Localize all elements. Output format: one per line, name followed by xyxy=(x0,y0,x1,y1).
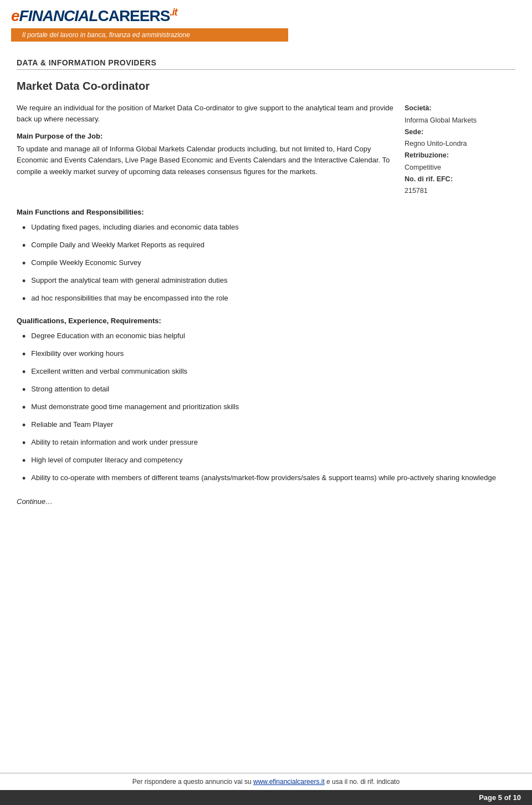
societa-label: Società: xyxy=(405,104,432,112)
purpose-text: To update and manage all of Informa Glob… xyxy=(17,144,393,177)
intro-text: We require an individual for the positio… xyxy=(17,103,393,124)
logo-it: .it xyxy=(170,7,177,18)
col-left: We require an individual for the positio… xyxy=(17,103,393,197)
page-number: Page 5 of 10 xyxy=(479,793,521,802)
rif-label: No. di rif. EFC: xyxy=(405,175,453,183)
job-title: Market Data Co-ordinator xyxy=(17,80,515,93)
societa-value: Informa Global Markets xyxy=(405,116,477,124)
list-item: Must demonstrate good time management an… xyxy=(22,401,515,415)
footer-bottom: Page 5 of 10 xyxy=(0,790,532,805)
two-column-layout: We require an individual for the positio… xyxy=(17,103,515,197)
info-box: Società: Informa Global Markets Sede: Re… xyxy=(405,103,515,197)
retribuzione-value: Competitive xyxy=(405,164,441,171)
category-title: DATA & INFORMATION PROVIDERS xyxy=(17,58,156,67)
logo-area: eFINANCIALCAREERS.it xyxy=(11,7,521,25)
footer-text2: e usa il no. di rif. indicato xyxy=(325,778,400,786)
list-item: Support the analytical team with general… xyxy=(22,275,515,289)
sede-value: Regno Unito-Londra xyxy=(405,140,467,147)
list-item: ad hoc responsibilities that may be enco… xyxy=(22,293,515,307)
logo: eFINANCIALCAREERS.it xyxy=(11,7,177,25)
tagline-bar: Il portale del lavoro in banca, finanza … xyxy=(11,28,288,42)
list-item: Reliable and Team Player xyxy=(22,419,515,433)
list-item: Strong attention to detail xyxy=(22,384,515,398)
tagline-text: Il portale del lavoro in banca, finanza … xyxy=(22,31,190,39)
footer-text: Per rispondere a questo annuncio vai su xyxy=(132,778,253,786)
logo-careers: CAREERS xyxy=(98,7,170,24)
col-right: Società: Informa Global Markets Sede: Re… xyxy=(405,103,515,197)
sede-label: Sede: xyxy=(405,128,423,136)
qualifications-label: Qualifications, Experience, Requirements… xyxy=(17,317,515,325)
list-item: Flexibility over working hours xyxy=(22,348,515,362)
list-item: Compile Weekly Economic Survey xyxy=(22,257,515,271)
list-item: Degree Education with an economic bias h… xyxy=(22,330,515,344)
list-item: Ability to retain information and work u… xyxy=(22,437,515,451)
qualifications-list: Degree Education with an economic bias h… xyxy=(22,330,515,486)
list-item: Compile Daily and Weekly Market Reports … xyxy=(22,240,515,253)
section-header: DATA & INFORMATION PROVIDERS xyxy=(17,58,515,70)
list-item: High level of computer literacy and comp… xyxy=(22,455,515,468)
purpose-label: Main Purpose of the Job: xyxy=(17,132,393,140)
functions-label: Main Functions and Responsibilities: xyxy=(17,208,515,216)
logo-e: e xyxy=(11,7,19,24)
list-item: Excellent written and verbal communicati… xyxy=(22,366,515,380)
retribuzione-label: Retribuzione: xyxy=(405,151,449,159)
logo-financial: FINANCIAL xyxy=(19,7,98,24)
main-content: DATA & INFORMATION PROVIDERS Market Data… xyxy=(0,42,532,550)
footer-link[interactable]: www.efinancialcareers.it xyxy=(253,778,325,786)
header: eFINANCIALCAREERS.it Il portale del lavo… xyxy=(0,0,532,42)
list-item: Ability to co-operate with members of di… xyxy=(22,472,515,486)
footer: Per rispondere a questo annuncio vai su … xyxy=(0,773,532,805)
rif-value: 215781 xyxy=(405,187,428,195)
continue-text: Continue… xyxy=(17,497,515,506)
list-item: Updating fixed pages, including diaries … xyxy=(22,222,515,236)
functions-list: Updating fixed pages, including diaries … xyxy=(22,222,515,307)
footer-top: Per rispondere a questo annuncio vai su … xyxy=(0,773,532,790)
